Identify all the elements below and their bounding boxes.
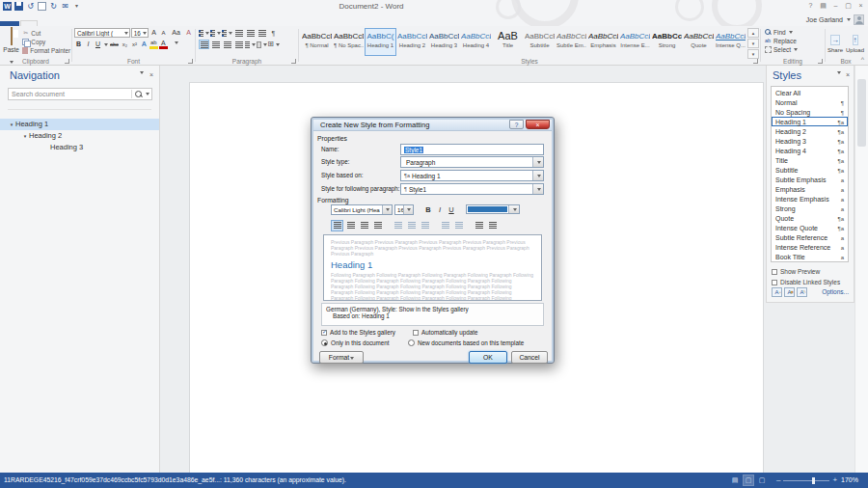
find-button[interactable]: Find xyxy=(765,29,823,36)
style-gallery-item[interactable]: AaBbCcDt Quote xyxy=(683,28,715,56)
line-spacing-button[interactable] xyxy=(245,40,256,49)
combo-dropdown-button[interactable] xyxy=(532,184,543,194)
search-box[interactable] xyxy=(8,88,152,100)
align-right-button[interactable] xyxy=(358,220,370,231)
ribbon-display-icon[interactable]: ▤ xyxy=(818,1,828,11)
align-center-button[interactable] xyxy=(210,40,221,49)
style-gallery-item[interactable]: AaBbCcE Subtitle xyxy=(524,28,556,56)
numbering-button[interactable] xyxy=(210,28,221,38)
scrollbar-thumb[interactable] xyxy=(857,79,866,147)
zoom-in-icon[interactable]: + xyxy=(832,475,837,485)
dialog-launcher-icon[interactable] xyxy=(65,59,69,64)
style-list-item[interactable]: Strong a xyxy=(772,203,848,213)
style-gallery-item[interactable]: AaBbCcDc ¶ Normal xyxy=(301,28,333,56)
format-button[interactable]: Format xyxy=(319,351,364,364)
gallery-scroll-down-icon[interactable]: ▾ xyxy=(747,39,759,48)
style-list-item[interactable]: Clear All xyxy=(772,88,848,97)
superscript-button[interactable]: x² xyxy=(130,40,139,49)
pane-options-icon[interactable] xyxy=(837,71,841,74)
style-list-item[interactable]: Heading 1 ¶a xyxy=(772,117,848,126)
zoom-out-icon[interactable]: – xyxy=(776,475,780,485)
align-right-button[interactable] xyxy=(222,40,232,49)
dialog-close-icon[interactable]: × xyxy=(526,120,550,129)
highlight-button[interactable]: ab xyxy=(149,40,158,49)
show-paragraph-marks-button[interactable]: ¶ xyxy=(268,28,279,38)
user-account[interactable]: Joe Garland xyxy=(806,14,864,25)
style-list-item[interactable]: Heading 3 ¶a xyxy=(772,136,848,146)
upload-button[interactable]: ↑Upload xyxy=(846,29,864,53)
combo-field[interactable]: ¶ Style1 xyxy=(400,183,544,195)
manage-styles-button[interactable]: A✎ xyxy=(797,287,807,297)
shrink-font-button[interactable]: A xyxy=(159,28,168,38)
close-icon[interactable]: × xyxy=(149,71,153,78)
style-list-item[interactable]: Heading 2 ¶a xyxy=(772,126,848,136)
style-list-item[interactable]: Subtitle ¶a xyxy=(772,165,848,175)
text-effects-button[interactable]: A xyxy=(140,40,149,49)
dialog-launcher-icon[interactable] xyxy=(818,59,823,64)
multilevel-list-button[interactable] xyxy=(222,28,232,38)
decrease-indent-button[interactable] xyxy=(473,220,485,231)
style-list-item[interactable]: Intense Emphasis a xyxy=(772,194,848,203)
vertical-scrollbar[interactable] xyxy=(854,66,868,473)
underline-button[interactable]: U xyxy=(94,40,102,49)
align-left-button[interactable] xyxy=(331,220,343,231)
style-gallery-item[interactable]: AaBbCcD Heading 3 xyxy=(428,28,460,56)
dialog-help-icon[interactable]: ? xyxy=(509,120,524,129)
show-preview-checkbox[interactable]: Show Preview xyxy=(772,268,820,275)
navigation-heading-item[interactable]: ▾ Heading 1 xyxy=(0,119,159,130)
dialog-bold-button[interactable]: B xyxy=(423,205,433,214)
navigation-heading-item[interactable]: Heading 3 xyxy=(0,142,159,153)
styles-options-link[interactable]: Options... xyxy=(822,288,849,295)
close-icon[interactable]: × xyxy=(855,1,866,11)
restore-icon[interactable]: ▢ xyxy=(843,1,854,11)
combo-dropdown-button[interactable] xyxy=(532,157,543,167)
share-button[interactable]: →Share xyxy=(827,29,843,53)
expand-icon[interactable]: ▾ xyxy=(21,130,29,142)
cut-button[interactable]: ✂Cut xyxy=(22,30,70,37)
paste-button[interactable]: Paste xyxy=(3,28,19,56)
cancel-button[interactable]: Cancel xyxy=(511,351,548,364)
select-button[interactable]: Select xyxy=(765,46,823,53)
navigation-heading-item[interactable]: ▾ Heading 2 xyxy=(0,130,159,142)
replace-button[interactable]: abReplace xyxy=(765,38,823,44)
style-list-item[interactable]: Subtle Emphasis a xyxy=(772,175,848,184)
font-size-combo[interactable]: 16 xyxy=(131,28,149,38)
style-list-item[interactable]: No Spacing ¶ xyxy=(772,107,848,117)
style-gallery-item[interactable]: AaBbCcDt Intense Q... xyxy=(715,28,746,56)
zoom-slider[interactable] xyxy=(783,480,829,481)
borders-button[interactable]: ⊞ xyxy=(268,40,279,49)
zoom-percentage[interactable]: 170% xyxy=(841,476,858,483)
combo-field[interactable]: ¶a Heading 1 xyxy=(400,170,544,181)
increase-space-before-button[interactable] xyxy=(439,220,451,231)
double-spacing-button[interactable] xyxy=(419,220,431,231)
close-icon[interactable]: × xyxy=(846,71,850,78)
minimize-icon[interactable]: – xyxy=(830,1,841,11)
combo-dropdown-button[interactable] xyxy=(532,171,543,180)
clear-formatting-button[interactable]: A xyxy=(184,28,193,38)
search-input[interactable] xyxy=(9,91,131,97)
subscript-button[interactable]: x₂ xyxy=(121,40,129,49)
style-list-item[interactable]: Title ¶a xyxy=(772,155,848,165)
zoom-slider-thumb[interactable] xyxy=(812,477,815,484)
new-style-button[interactable]: A+ xyxy=(772,287,782,297)
bold-button[interactable]: B xyxy=(74,40,83,49)
dialog-launcher-icon[interactable] xyxy=(753,59,758,64)
align-center-button[interactable] xyxy=(344,220,357,231)
automatically-update-checkbox[interactable]: Automatically update xyxy=(413,329,477,336)
decrease-indent-button[interactable] xyxy=(233,28,244,38)
chevron-down-icon[interactable] xyxy=(146,93,149,95)
dialog-launcher-icon[interactable] xyxy=(291,59,296,64)
grow-font-button[interactable]: A xyxy=(149,28,158,38)
shading-button[interactable] xyxy=(257,40,267,49)
combo-dropdown-button[interactable] xyxy=(508,205,519,213)
search-icon[interactable] xyxy=(134,90,143,98)
justify-button[interactable] xyxy=(233,40,244,49)
status-text[interactable]: 11RARDEGE45216_f47crf059e37dc469ccbc5fc5… xyxy=(4,476,346,483)
increase-space-after-button[interactable] xyxy=(452,220,465,231)
style-gallery-item[interactable]: AaBbCcDt Subtle Em... xyxy=(556,28,587,56)
style-inspector-button[interactable]: A◉ xyxy=(784,287,795,297)
dialog-font-name-combo[interactable]: Calibri Light (Hea xyxy=(331,204,393,215)
pane-options-icon[interactable] xyxy=(140,71,144,74)
combo-dropdown-button[interactable] xyxy=(382,205,392,214)
style-gallery-item[interactable]: AaBbC( Heading 1 xyxy=(365,28,396,56)
